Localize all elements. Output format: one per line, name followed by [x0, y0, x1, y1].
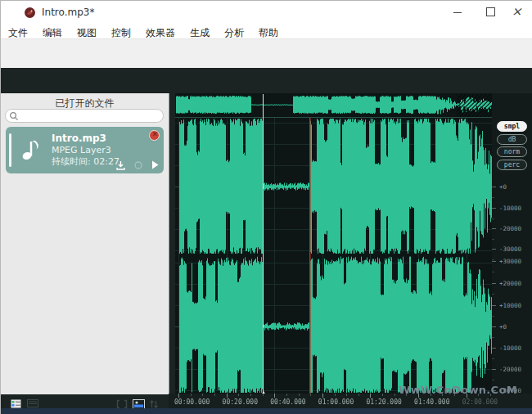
file-save-icon[interactable] [116, 160, 125, 170]
amp-label: +0 [499, 323, 507, 331]
amp-tick [492, 249, 496, 250]
time-tick [310, 394, 311, 396]
amp-minor-tick [492, 239, 494, 240]
music-note-icon [19, 137, 43, 162]
app-icon [24, 7, 36, 19]
time-label: 01:00.000 [318, 398, 354, 406]
time-tick [238, 394, 239, 396]
menu-bar: 文件编辑视图控制效果器生成分析帮助 [1, 24, 532, 38]
app-window: Intro.mp3* × 文件编辑视图控制效果器生成分析帮助 [0, 0, 532, 414]
file-list-view-icon[interactable] [11, 399, 21, 408]
amp-label: +10000 [499, 302, 521, 309]
amp-label: -10000 [499, 205, 521, 212]
scale-mode-dB[interactable]: dB [497, 134, 527, 145]
file-duration: 持续时间: 02:27 [52, 156, 119, 168]
amp-tick [492, 305, 496, 306]
file-format: MPEG Layer3 [52, 145, 119, 156]
files-sidebar: 已打开的文件 Intro.mp3 MPEG Layer3 持续时间: 02:27… [1, 93, 169, 394]
file-search-input[interactable] [5, 109, 164, 123]
amp-minor-tick [492, 218, 494, 219]
amp-label: +20000 [499, 280, 521, 287]
time-tick [358, 394, 359, 396]
time-tick [286, 394, 287, 396]
amp-tick [492, 326, 496, 327]
window-title: Intro.mp3* [42, 7, 94, 18]
time-tick [263, 394, 264, 396]
amp-label: -20000 [499, 366, 521, 373]
time-tick [227, 394, 228, 398]
file-loop-icon[interactable] [133, 160, 143, 170]
file-name: Intro.mp3 [52, 133, 119, 145]
waveform-left-gutter [169, 93, 175, 394]
amp-tick [492, 348, 496, 349]
file-close-button[interactable]: ✕ [149, 130, 160, 141]
amp-minor-tick [492, 358, 494, 359]
time-tick [382, 394, 383, 396]
scale-mode-norm[interactable]: norm [497, 146, 527, 157]
amp-tick [492, 187, 496, 187]
amp-minor-tick [492, 294, 494, 295]
file-play-icon[interactable] [151, 160, 159, 169]
close-button[interactable]: × [504, 1, 532, 22]
amplitude-scale: smpldBnormperc+0-10000-20000-30000+30000… [492, 93, 532, 394]
amp-label: -30000 [499, 245, 521, 253]
amp-minor-tick [492, 259, 494, 260]
time-tick [299, 394, 300, 396]
time-tick [370, 394, 371, 398]
amp-label: -10000 [499, 344, 521, 352]
edit-toolbar [1, 68, 532, 93]
time-tick [202, 394, 203, 396]
time-tick [335, 394, 336, 396]
amp-label: -20000 [499, 225, 521, 232]
amp-minor-tick [492, 380, 494, 380]
amp-tick [492, 261, 496, 262]
time-label: 00:40.000 [270, 398, 305, 406]
amp-tick [492, 283, 496, 284]
time-tick [322, 394, 323, 398]
time-tick [274, 394, 275, 398]
search-icon [9, 111, 19, 121]
time-label: 01:20.000 [366, 398, 401, 406]
amp-label: +30000 [499, 258, 521, 265]
time-tick [346, 394, 347, 396]
title-bar: Intro.mp3* × [1, 1, 532, 24]
scale-mode-perc[interactable]: perc [497, 160, 527, 170]
amp-tick [492, 208, 496, 209]
time-tick [178, 394, 179, 398]
watermark-text: WwW.CnDown.CoM [399, 384, 517, 396]
time-label: 01:40.000 [414, 398, 449, 406]
time-tick [214, 394, 215, 396]
keyboard-view-icon[interactable] [27, 399, 38, 407]
time-tick [191, 394, 192, 396]
time-label: 00:20.000 [223, 398, 258, 406]
amp-label: +0 [499, 183, 507, 191]
time-tick [394, 394, 395, 396]
amp-minor-tick [492, 316, 494, 317]
time-label: 02:00.000 [462, 398, 498, 406]
amp-tick [492, 369, 496, 370]
maximize-button[interactable] [476, 1, 504, 22]
window-bottom-edge [1, 408, 532, 414]
file-card-intro-mp3[interactable]: Intro.mp3 MPEG Layer3 持续时间: 02:27 ✕ [6, 127, 164, 173]
time-tick [250, 394, 251, 396]
waveform-canvas[interactable] [175, 93, 492, 394]
amp-minor-tick [492, 272, 494, 272]
amp-minor-tick [492, 197, 494, 198]
time-label: 00:00.000 [174, 398, 210, 406]
amp-minor-tick [492, 337, 494, 338]
scale-mode-smpl[interactable]: smpl [497, 121, 527, 132]
file-selected-indicator [9, 133, 11, 167]
minimize-button[interactable] [444, 1, 471, 22]
main-toolbar: i 44.1 kHz stereo -0000:0054.460 [1, 38, 532, 69]
amp-tick [492, 228, 496, 229]
